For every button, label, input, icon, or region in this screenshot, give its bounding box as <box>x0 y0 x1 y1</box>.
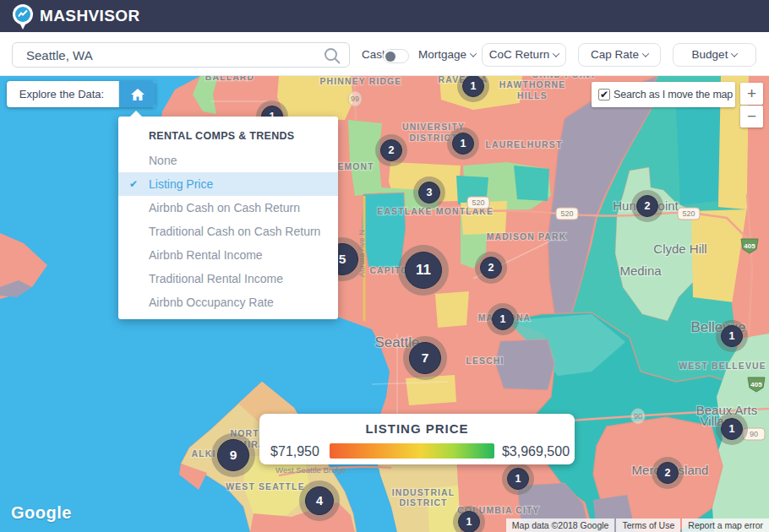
map-label: BALLARD <box>205 76 254 82</box>
cluster-marker[interactable]: 1 <box>716 413 748 445</box>
svg-text:405: 405 <box>744 242 755 250</box>
explore-label: Explore the Data: <box>7 88 117 100</box>
chevron-down-icon <box>470 50 477 57</box>
cap-rate-filter-button[interactable]: Cap Rate <box>578 43 661 67</box>
rental-comps-dropdown: RENTAL COMPS & TRENDS None✔Listing Price… <box>118 117 338 319</box>
svg-text:99: 99 <box>351 95 359 103</box>
chevron-down-icon <box>553 50 559 57</box>
chevron-down-icon <box>642 50 649 57</box>
cluster-marker[interactable]: 11 <box>398 245 449 296</box>
map-attribution: Map data ©2018 Google Terms of Use Repor… <box>506 518 769 532</box>
toggle-knob <box>385 52 395 62</box>
toolbar: Seattle, WA Cash Mortgage CoC Return Cap… <box>0 32 769 76</box>
zoom-in-button[interactable]: + <box>740 83 763 105</box>
cluster-marker[interactable]: 9 <box>211 433 255 477</box>
map-label: West Seattle Bridge <box>275 465 346 475</box>
dropdown-item-listing-price[interactable]: ✔Listing Price <box>118 172 338 196</box>
cluster-marker[interactable]: 4 <box>299 480 340 521</box>
coc-return-filter-button[interactable]: CoC Return <box>482 43 566 67</box>
budget-filter-button[interactable]: Budget <box>673 43 756 67</box>
check-icon: ✔ <box>129 172 138 196</box>
svg-text:90: 90 <box>634 412 642 421</box>
app-header: MASHVISOR <box>0 0 769 32</box>
chevron-down-icon <box>731 50 738 57</box>
road-badge: 90 <box>631 409 645 424</box>
cluster-marker[interactable]: 7 <box>403 336 447 380</box>
road-badge: 520 <box>556 208 578 220</box>
svg-text:520: 520 <box>472 198 484 207</box>
svg-text:405: 405 <box>750 381 762 388</box>
cluster-marker[interactable]: 1 <box>502 463 534 495</box>
svg-text:520: 520 <box>682 209 695 218</box>
cluster-marker[interactable]: 2 <box>631 190 663 222</box>
map-label: HILLS <box>517 90 548 100</box>
dropdown-item-traditional-cash-on-cash-return[interactable]: Traditional Cash on Cash Return <box>118 220 338 243</box>
report-error-link[interactable]: Report a map error <box>682 518 769 532</box>
road-badge: 520 <box>678 208 700 220</box>
legend-title: LISTING PRICE <box>259 421 575 436</box>
map-label: PHINNEY RIDGE <box>320 76 402 86</box>
cash-mortgage-toggle[interactable] <box>383 49 409 63</box>
road-badge: 99 <box>348 91 362 106</box>
map-canvas[interactable]: BALLARDPHINNEY RIDGESAND POINTHAWTHORNEH… <box>0 76 769 532</box>
dropdown-item-airbnb-rental-income[interactable]: Airbnb Rental Income <box>118 243 338 267</box>
search-value: Seattle, WA <box>26 48 93 62</box>
zoom-control: + − <box>740 83 763 128</box>
dropdown-header: RENTAL COMPS & TRENDS <box>149 128 338 144</box>
legend-max-value: $3,969,500 <box>500 444 571 459</box>
map-label: LAURELHURST <box>486 139 563 149</box>
map-label: Medina <box>619 263 662 278</box>
terms-link[interactable]: Terms of Use <box>616 518 680 532</box>
cluster-marker[interactable]: 2 <box>475 252 507 284</box>
cluster-marker[interactable]: 2 <box>652 457 684 489</box>
cluster-marker[interactable]: 3 <box>413 176 445 209</box>
map-label: INDUSTRIAL <box>392 487 455 497</box>
zoom-out-button[interactable]: − <box>740 106 763 128</box>
dropdown-item-airbnb-cash-on-cash-return[interactable]: Airbnb Cash on Cash Return <box>118 196 338 220</box>
svg-text:90: 90 <box>750 430 758 438</box>
dropdown-item-none[interactable]: None <box>118 149 338 172</box>
mortgage-dropdown[interactable]: Mortgage <box>418 48 476 61</box>
legend-gradient-bar <box>330 443 494 459</box>
google-logo[interactable]: Google <box>11 503 72 523</box>
listing-price-legend: LISTING PRICE $71,950 $3,969,500 <box>259 414 575 464</box>
dropdown-item-airbnb-occupancy-rate[interactable]: Airbnb Occupancy Rate <box>118 290 338 314</box>
cluster-marker[interactable]: 1 <box>447 128 479 160</box>
map-label: WEST BELLEVUE <box>679 361 766 371</box>
dropdown-item-traditional-rental-income[interactable]: Traditional Rental Income <box>118 267 338 290</box>
svg-text:520: 520 <box>560 209 573 218</box>
search-input[interactable]: Seattle, WA <box>12 42 350 68</box>
home-button[interactable] <box>118 81 155 107</box>
map-label: HAWTHORNE <box>499 79 566 90</box>
legend-min-value: $71,950 <box>265 444 325 459</box>
map-label: LESCHI <box>466 356 504 366</box>
road-badge: 520 <box>467 197 489 209</box>
cluster-marker[interactable]: 1 <box>487 303 519 335</box>
explore-the-data-control: Explore the Data: <box>7 81 155 107</box>
search-icon[interactable] <box>322 46 342 66</box>
cluster-marker[interactable]: 2 <box>375 134 407 166</box>
map-label: Clyde Hill <box>653 242 706 256</box>
search-as-move-checkbox[interactable]: ✔ <box>598 89 610 100</box>
cluster-marker[interactable]: 1 <box>716 320 748 352</box>
map-label: MADISON PARK <box>487 231 567 242</box>
brand-title: MASHVISOR <box>40 7 140 25</box>
cluster-marker[interactable]: 1 <box>453 506 485 532</box>
search-as-move-label: Search as I move the map <box>614 82 733 107</box>
home-icon <box>130 88 145 101</box>
map-label: DISTRICT <box>399 497 447 508</box>
map-data-text: Map data ©2018 Google <box>506 518 615 532</box>
mashvisor-logo-icon <box>10 3 35 31</box>
search-as-move-control: ✔ Search as I move the map <box>592 82 735 107</box>
dropdown-caret <box>129 111 143 117</box>
map-label: WEST SEATTLE <box>226 481 305 491</box>
